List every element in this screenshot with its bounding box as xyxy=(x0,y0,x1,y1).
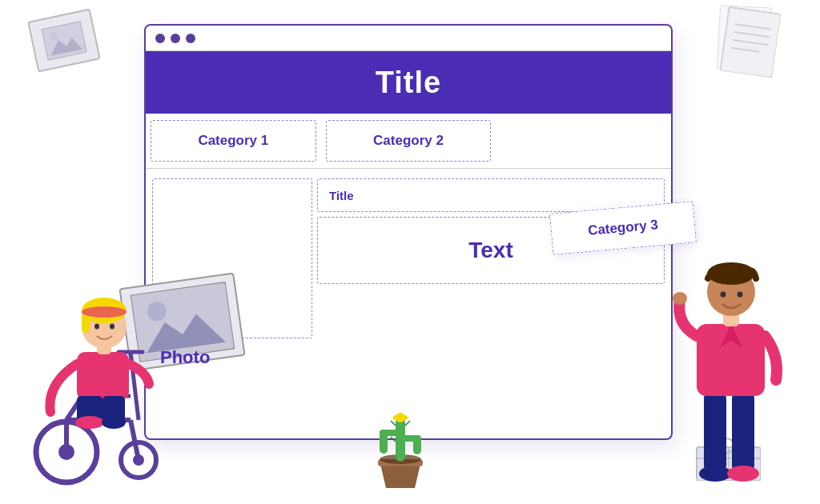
scene: Title Category 1 Category 2 Title Text C… xyxy=(0,0,820,504)
svg-rect-0 xyxy=(41,21,86,61)
svg-point-44 xyxy=(738,292,743,298)
woman-wheelchair-character xyxy=(22,216,175,488)
svg-point-58 xyxy=(393,415,398,420)
site-nav: Category 1 Category 2 xyxy=(146,114,671,169)
svg-rect-19 xyxy=(77,352,129,400)
svg-rect-35 xyxy=(732,392,754,472)
site-card-title: Title xyxy=(317,178,665,212)
svg-marker-46 xyxy=(380,464,420,488)
svg-point-59 xyxy=(403,415,408,420)
deco-photo-topleft xyxy=(27,8,101,72)
svg-point-22 xyxy=(75,416,104,429)
svg-line-56 xyxy=(391,437,396,442)
svg-rect-34 xyxy=(704,392,726,472)
browser-dot-1 xyxy=(155,34,165,43)
nav-category-1[interactable]: Category 1 xyxy=(151,120,316,162)
svg-rect-51 xyxy=(380,430,405,436)
svg-rect-53 xyxy=(400,435,421,442)
svg-point-28 xyxy=(82,306,127,318)
svg-line-54 xyxy=(391,421,396,426)
browser-window: Title Category 1 Category 2 Title Text C… xyxy=(144,24,673,440)
site-main-content: Title Text xyxy=(317,174,665,343)
svg-point-29 xyxy=(94,324,99,330)
browser-dot-3 xyxy=(186,34,195,43)
svg-line-14 xyxy=(131,420,139,460)
svg-point-30 xyxy=(110,324,115,330)
browser-titlebar xyxy=(146,26,671,51)
svg-point-37 xyxy=(727,466,759,482)
svg-point-43 xyxy=(721,292,726,298)
nav-category-2[interactable]: Category 2 xyxy=(326,120,492,162)
svg-point-36 xyxy=(699,466,731,482)
photo-label: Photo xyxy=(160,347,210,368)
svg-point-45 xyxy=(673,292,687,305)
man-standing-character xyxy=(668,208,796,488)
site-header: Title xyxy=(146,51,671,114)
browser-dot-2 xyxy=(171,34,180,43)
site-main-title: Title xyxy=(376,66,441,100)
svg-point-23 xyxy=(102,416,126,429)
cactus-decoration xyxy=(368,402,432,490)
deco-paper-front xyxy=(720,6,781,77)
svg-line-55 xyxy=(405,421,410,426)
